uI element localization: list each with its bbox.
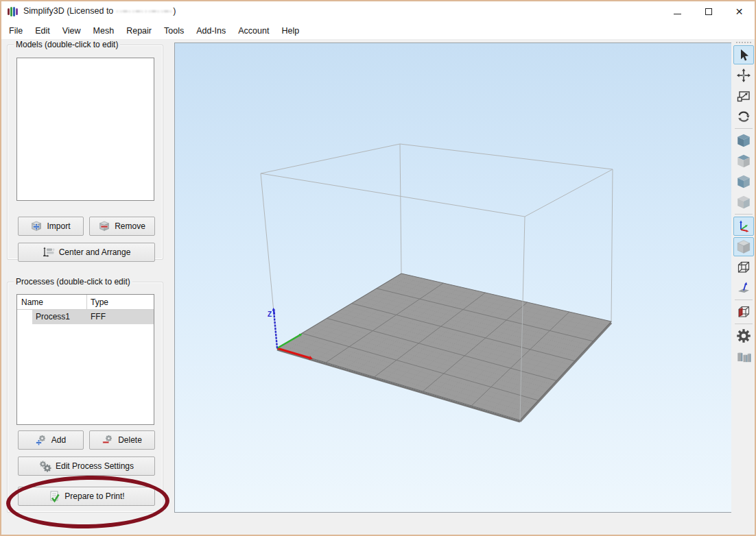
maximize-button[interactable] [693, 1, 724, 22]
add-gear-icon [36, 435, 47, 446]
close-button[interactable]: ✕ [724, 1, 755, 22]
gears-icon [39, 461, 51, 472]
view-cube-default[interactable] [733, 131, 754, 150]
center-arrange-icon [43, 247, 55, 258]
cross-section-cube-icon [736, 304, 751, 319]
column-type: Type [91, 297, 108, 307]
center-and-arrange-button[interactable]: Center and Arrange [18, 243, 155, 262]
processes-table-header: Name Type [17, 295, 154, 310]
title-bar: Simplify3D (Licensed to ··–··–···–··–·) … [1, 1, 755, 22]
delete-gear-icon [102, 435, 114, 446]
support-structures-tool[interactable] [733, 347, 754, 366]
maximize-icon [705, 8, 712, 15]
menu-mesh[interactable]: Mesh [87, 24, 121, 38]
menu-help[interactable]: Help [275, 24, 305, 38]
window-title: Simplify3D (Licensed to ··–··–···–··–·) [23, 6, 176, 16]
column-name: Name [21, 297, 43, 307]
solid-cube-icon [735, 239, 752, 255]
toolbar-grip[interactable] [736, 40, 751, 45]
add-process-button[interactable]: Add [18, 430, 84, 450]
simplify3d-logo-icon [8, 6, 19, 17]
process-type-cell: FFF [91, 312, 106, 321]
toolbar-separator [735, 300, 753, 300]
import-label: Import [47, 221, 70, 231]
cursor-icon [736, 47, 751, 62]
menu-add-ins[interactable]: Add-Ins [190, 24, 232, 38]
rotate-tool[interactable] [733, 107, 754, 126]
build-plate-scene: Z [175, 43, 731, 512]
view-cube-icon [735, 194, 752, 210]
menu-repair[interactable]: Repair [120, 24, 158, 38]
show-coordinate-axes-tool[interactable] [733, 217, 754, 236]
toolbar-separator [735, 324, 753, 324]
processes-table[interactable]: Name Type Process1 FFF [16, 294, 154, 425]
menu-edit[interactable]: Edit [29, 24, 56, 38]
menu-bar: File Edit View Mesh Repair Tools Add-Ins… [1, 22, 755, 39]
svg-text:Z: Z [268, 310, 272, 318]
left-panel: Models (double-click to edit) Import [1, 39, 173, 535]
wireframe-cube-icon [736, 260, 751, 275]
surface-normals-tool[interactable] [733, 278, 754, 297]
processes-group-title: Processes (double-click to edit) [14, 277, 132, 287]
delete-label: Delete [118, 435, 142, 445]
print-checklist-icon [48, 491, 60, 502]
cross-section-tool[interactable] [733, 302, 754, 321]
axes-icon [736, 219, 751, 234]
remove-button[interactable]: Remove [89, 217, 155, 236]
models-group-title: Models (double-click to edit) [14, 40, 120, 49]
remove-label: Remove [115, 221, 145, 231]
import-cube-icon [31, 221, 43, 232]
process-name-cell: Process1 [36, 312, 70, 321]
view-cube-icon [735, 153, 752, 169]
remove-cube-icon [99, 221, 110, 232]
view-cube-top[interactable] [733, 193, 754, 212]
right-toolbar [731, 39, 756, 535]
delete-process-button[interactable]: Delete [89, 430, 155, 450]
prepare-to-print-button[interactable]: Prepare to Print! [18, 487, 155, 506]
models-group: Models (double-click to edit) Import [7, 45, 163, 260]
process-row[interactable]: Process1 FFF [17, 310, 154, 324]
view-cube-side[interactable] [733, 172, 754, 191]
close-icon: ✕ [735, 7, 744, 16]
toolbar-separator [735, 214, 753, 215]
support-pillars-icon [735, 348, 752, 365]
edit-process-settings-label: Edit Process Settings [56, 461, 134, 471]
minimize-icon [674, 14, 681, 14]
view-cube-icon [735, 173, 752, 190]
view-cube-icon [735, 132, 752, 149]
app-window: Simplify3D (Licensed to ··–··–···–··–·) … [0, 0, 756, 536]
add-label: Add [51, 435, 66, 445]
toolbar-separator [735, 128, 753, 129]
processes-group: Processes (double-click to edit) Name Ty… [7, 282, 163, 513]
menu-view[interactable]: View [56, 24, 87, 38]
translate-tool[interactable] [733, 66, 754, 85]
view-cube-front[interactable] [733, 151, 754, 171]
select-cursor-tool[interactable] [733, 45, 754, 64]
viewport-3d[interactable]: Z [174, 42, 732, 513]
prepare-to-print-label: Prepare to Print! [64, 491, 124, 501]
import-button[interactable]: Import [18, 217, 84, 236]
menu-account[interactable]: Account [232, 24, 275, 38]
move-arrows-icon [736, 68, 751, 83]
solid-render-tool[interactable] [733, 237, 754, 256]
menu-tools[interactable]: Tools [158, 24, 190, 38]
rotate-arrows-icon [736, 109, 751, 124]
models-list[interactable] [16, 58, 154, 201]
wireframe-render-tool[interactable] [733, 258, 754, 277]
edit-process-settings-button[interactable]: Edit Process Settings [18, 456, 155, 476]
redacted-license-name: ··–··–···–··–· [116, 6, 173, 16]
center-arrange-label: Center and Arrange [59, 247, 131, 257]
machine-settings-tool[interactable] [733, 326, 754, 345]
normal-arrow-icon [736, 280, 751, 295]
minimize-button[interactable] [662, 1, 693, 22]
menu-file[interactable]: File [3, 24, 29, 38]
gear-icon [735, 328, 752, 344]
scale-tool[interactable] [733, 86, 754, 106]
scale-icon [736, 88, 751, 103]
